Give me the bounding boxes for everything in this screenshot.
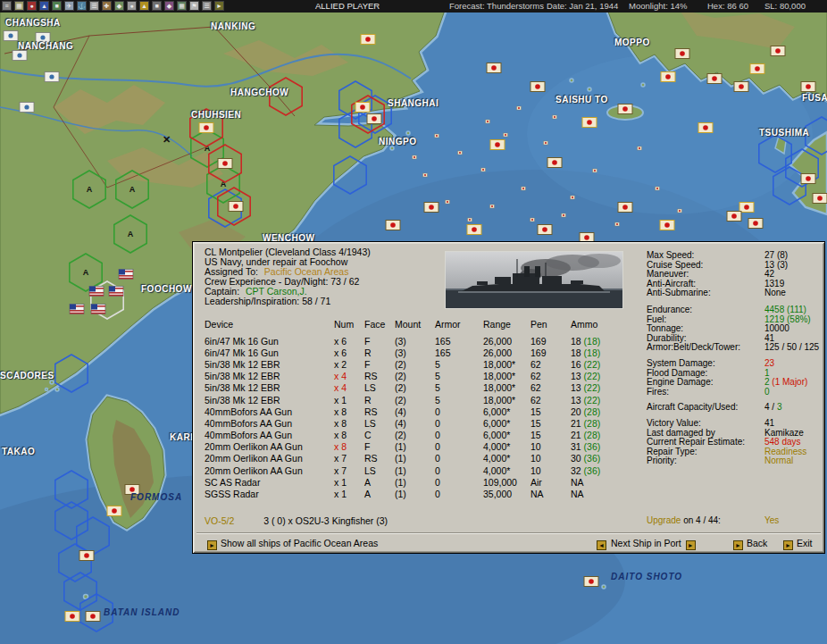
allied-unit-counter[interactable]: [109, 287, 123, 297]
japanese-unit-counter[interactable]: [584, 577, 598, 587]
japanese-unit-counter[interactable]: [801, 174, 815, 184]
japanese-unit-counter[interactable]: [107, 506, 121, 516]
turn-icon[interactable]: ▲: [139, 1, 149, 11]
japanese-unit-counter[interactable]: [618, 203, 632, 213]
japanese-unit-counter[interactable]: [490, 140, 505, 150]
task-force-marker[interactable]: [504, 133, 508, 137]
task-force-marker[interactable]: [553, 115, 557, 119]
intel-icon[interactable]: ◆: [164, 1, 174, 11]
zoom-icon[interactable]: ●: [127, 1, 137, 11]
next-ship-icon[interactable]: ►: [686, 540, 696, 550]
chinese-unit-counter[interactable]: [36, 33, 50, 43]
japanese-unit-counter[interactable]: [229, 202, 243, 212]
japanese-unit-counter[interactable]: [661, 72, 675, 82]
chinese-unit-counter[interactable]: [45, 72, 59, 82]
japanese-unit-counter[interactable]: [748, 219, 763, 229]
japanese-unit-counter[interactable]: [734, 82, 748, 92]
task-force-marker[interactable]: [638, 146, 642, 150]
japanese-unit-counter[interactable]: [698, 123, 713, 133]
task-force-marker[interactable]: [615, 222, 620, 226]
chinese-unit-counter[interactable]: [4, 31, 18, 41]
bases-icon[interactable]: ▦: [177, 1, 187, 11]
info-icon[interactable]: ☰: [89, 1, 99, 11]
allied-unit-counter[interactable]: [91, 305, 105, 314]
task-force-marker[interactable]: [446, 200, 450, 204]
task-force-marker[interactable]: [571, 196, 575, 199]
japanese-unit-counter[interactable]: [750, 64, 764, 74]
japanese-unit-counter[interactable]: [424, 203, 439, 213]
air-group-row[interactable]: VO-5/2 3 ( 0) x OS2U-3 Kingfisher (3): [205, 515, 388, 526]
japanese-unit-counter[interactable]: [199, 123, 213, 133]
japanese-unit-counter[interactable]: [771, 46, 785, 56]
chinese-unit-counter[interactable]: [13, 51, 27, 61]
exit-button[interactable]: ►Exit: [783, 537, 813, 551]
naval-units-icon[interactable]: ⚓: [77, 1, 87, 11]
task-force-marker[interactable]: [468, 218, 472, 222]
task-force-marker[interactable]: [490, 205, 495, 208]
japanese-unit-counter[interactable]: [813, 194, 827, 204]
japanese-unit-counter[interactable]: [86, 612, 100, 622]
japanese-unit-counter[interactable]: [675, 49, 689, 59]
task-force-marker[interactable]: [413, 155, 417, 159]
air-units-icon[interactable]: ✈: [64, 1, 74, 11]
prev-ship-icon[interactable]: ◄: [597, 540, 606, 550]
japanese-unit-counter[interactable]: [355, 103, 370, 113]
upgrade-value[interactable]: Yes: [764, 515, 779, 525]
japanese-unit-counter[interactable]: [367, 114, 381, 124]
allied-unit-counter[interactable]: [119, 270, 133, 280]
task-force-marker[interactable]: [530, 218, 535, 222]
task-force-marker[interactable]: [562, 213, 566, 217]
task-force-marker[interactable]: [522, 187, 526, 190]
stat-row: Maneuver:42: [647, 269, 825, 279]
task-force-marker[interactable]: [458, 151, 463, 155]
allied-unit-counter[interactable]: [89, 287, 104, 297]
japanese-unit-counter[interactable]: [582, 118, 597, 128]
hex-base-letter: A: [129, 185, 136, 194]
japanese-unit-counter[interactable]: [538, 225, 552, 235]
task-force-marker[interactable]: [481, 168, 486, 171]
air-group-name[interactable]: VO-5/2: [205, 515, 234, 526]
allied-flag-icon[interactable]: ▲: [39, 1, 49, 11]
back-button[interactable]: ►Back: [733, 537, 767, 551]
japanese-unit-counter[interactable]: [547, 158, 562, 168]
japanese-unit-counter[interactable]: [361, 35, 375, 45]
task-force-marker[interactable]: [435, 134, 439, 138]
japanese-unit-counter[interactable]: [618, 105, 632, 114]
japanese-unit-counter[interactable]: [727, 212, 741, 222]
japanese-unit-counter[interactable]: [707, 74, 722, 84]
japanese-unit-counter[interactable]: [487, 63, 501, 73]
flag-icon[interactable]: ⚑: [189, 1, 199, 11]
task-force-marker[interactable]: [517, 106, 522, 110]
list-icon[interactable]: ☰: [202, 1, 212, 11]
japanese-unit-counter[interactable]: [386, 221, 400, 230]
task-force-marker[interactable]: [656, 187, 660, 190]
save-icon[interactable]: ▦: [14, 1, 24, 11]
chinese-unit-counter[interactable]: [20, 103, 34, 113]
japan-flag-icon[interactable]: ●: [27, 1, 37, 11]
orders-icon[interactable]: ✚: [102, 1, 112, 11]
show-all-ships-button[interactable]: ►Show all ships of Pacific Ocean Areas: [207, 537, 378, 551]
show-all-ships-label: Show all ships of Pacific Ocean Areas: [221, 538, 378, 548]
japanese-unit-counter[interactable]: [65, 612, 79, 622]
task-force-marker[interactable]: [486, 120, 490, 123]
next-turn-icon[interactable]: ►: [214, 1, 224, 11]
x-marker: ✕: [163, 134, 171, 145]
settings-icon[interactable]: ■: [152, 1, 162, 11]
japanese-unit-counter[interactable]: [125, 485, 139, 495]
menu-icon[interactable]: ≡: [2, 1, 12, 11]
japanese-unit-counter[interactable]: [801, 82, 815, 92]
upgrade-row: Upgrade on 4 / 44: Yes: [647, 515, 721, 525]
task-force-marker[interactable]: [678, 209, 682, 213]
task-force-marker[interactable]: [544, 141, 548, 145]
japanese-unit-counter[interactable]: [79, 551, 94, 561]
task-force-marker[interactable]: [423, 173, 428, 177]
map-icon[interactable]: ◆: [114, 1, 124, 11]
japanese-unit-counter[interactable]: [218, 159, 232, 169]
japanese-unit-counter[interactable]: [739, 203, 754, 213]
japanese-unit-counter[interactable]: [660, 221, 674, 230]
japanese-unit-counter[interactable]: [530, 82, 545, 92]
task-force-marker[interactable]: [593, 169, 597, 172]
allied-unit-counter[interactable]: [70, 305, 84, 314]
japanese-unit-counter[interactable]: [467, 225, 481, 235]
ground-units-icon[interactable]: ■: [52, 1, 62, 11]
